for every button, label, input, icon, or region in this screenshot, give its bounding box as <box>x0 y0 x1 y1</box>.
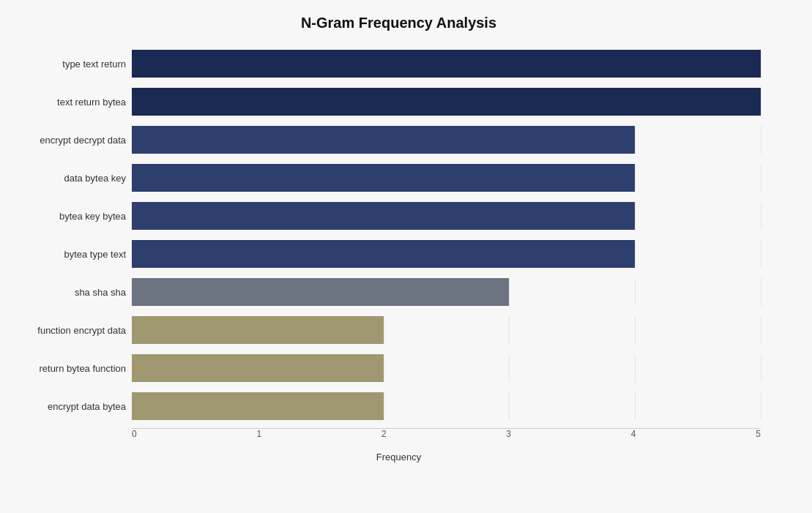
bar-track <box>132 50 761 78</box>
bar-track <box>132 240 761 268</box>
x-tick: 5 <box>756 429 761 439</box>
x-tick: 2 <box>381 429 387 439</box>
bar-row: sha sha sha <box>132 273 761 311</box>
x-axis: 012345 <box>132 428 761 450</box>
bar-row: encrypt decrypt data <box>132 121 761 159</box>
bar-row: data bytea key <box>132 159 761 197</box>
bar-track <box>132 88 761 116</box>
bar-label: type text return <box>9 59 126 70</box>
chart-container: N-Gram Frequency Analysis type text retu… <box>0 0 812 513</box>
bar-track <box>132 202 761 230</box>
bar-track <box>132 316 761 344</box>
bar-fill <box>132 88 761 116</box>
bar-track <box>132 278 761 306</box>
bar-row: return bytea function <box>132 349 761 387</box>
bar-label: sha sha sha <box>9 287 126 298</box>
bar-track <box>132 392 761 420</box>
chart-area: type text returntext return byteaencrypt… <box>132 45 761 425</box>
bar-track <box>132 126 761 154</box>
bar-fill <box>132 392 384 420</box>
bar-fill <box>132 316 384 344</box>
x-tick: 3 <box>506 429 511 439</box>
bar-row: type text return <box>132 45 761 83</box>
bar-fill <box>132 278 509 306</box>
x-tick: 0 <box>132 429 137 439</box>
x-tick: 4 <box>631 429 636 439</box>
x-ticks: 012345 <box>132 429 761 439</box>
bar-fill <box>132 126 635 154</box>
bar-row: encrypt data bytea <box>132 387 761 425</box>
bar-label: text return bytea <box>9 97 126 108</box>
bar-label: data bytea key <box>9 173 126 184</box>
bar-label: encrypt decrypt data <box>9 135 126 146</box>
chart-title: N-Gram Frequency Analysis <box>15 15 783 31</box>
chart-inner: type text returntext return byteaencrypt… <box>15 45 783 463</box>
bar-label: bytea type text <box>9 249 126 260</box>
bar-track <box>132 354 761 382</box>
bar-fill <box>132 202 635 230</box>
bar-label: encrypt data bytea <box>9 401 126 412</box>
bar-label: function encrypt data <box>9 325 126 336</box>
bar-fill <box>132 240 635 268</box>
x-tick: 1 <box>256 429 261 439</box>
bar-row: bytea key bytea <box>132 197 761 235</box>
bar-row: text return bytea <box>132 83 761 121</box>
bar-row: bytea type text <box>132 235 761 273</box>
bar-track <box>132 164 761 192</box>
x-axis-label: Frequency <box>15 452 783 463</box>
bar-row: function encrypt data <box>132 311 761 349</box>
bar-fill <box>132 164 635 192</box>
bar-label: bytea key bytea <box>9 211 126 222</box>
bar-label: return bytea function <box>9 363 126 374</box>
bar-fill <box>132 354 384 382</box>
bar-fill <box>132 50 761 78</box>
